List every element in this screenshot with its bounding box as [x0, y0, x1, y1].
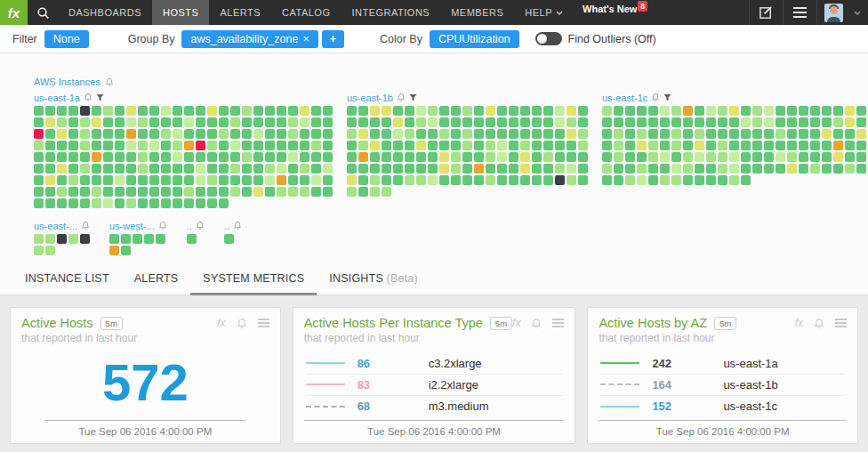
host-cell[interactable] — [115, 106, 125, 116]
host-cell[interactable] — [856, 164, 866, 174]
host-cell[interactable] — [614, 141, 623, 150]
metric-row[interactable]: 164us-east-1b — [600, 375, 845, 396]
host-cell[interactable] — [230, 117, 240, 127]
filter-funnel-icon[interactable] — [96, 93, 104, 101]
host-cell[interactable] — [253, 187, 263, 197]
fx-icon[interactable]: fx — [512, 317, 520, 329]
host-cell[interactable] — [45, 246, 55, 255]
host-cell[interactable] — [80, 187, 90, 197]
host-cell[interactable] — [416, 164, 426, 174]
host-cell[interactable] — [776, 129, 785, 139]
host-cell[interactable] — [520, 152, 530, 162]
host-cell[interactable] — [265, 106, 275, 116]
search-icon[interactable] — [28, 0, 58, 25]
host-cell[interactable] — [474, 175, 484, 185]
host-cell[interactable] — [683, 152, 693, 162]
host-cell[interactable] — [509, 175, 518, 185]
host-cell[interactable] — [509, 129, 518, 139]
host-cell[interactable] — [219, 117, 229, 127]
host-cell[interactable] — [614, 152, 623, 162]
host-cell[interactable] — [184, 164, 194, 174]
host-cell[interactable] — [34, 117, 44, 127]
host-cell[interactable] — [405, 106, 414, 116]
host-cell[interactable] — [45, 152, 55, 162]
host-cell[interactable] — [277, 117, 286, 127]
host-cell[interactable] — [543, 129, 553, 139]
host-cell[interactable] — [474, 129, 484, 139]
host-cell[interactable] — [103, 187, 113, 197]
host-cell[interactable] — [184, 117, 194, 127]
host-cell[interactable] — [300, 164, 309, 174]
host-cell[interactable] — [695, 175, 704, 185]
host-cell[interactable] — [439, 152, 449, 162]
host-cell[interactable] — [230, 106, 240, 116]
host-cell[interactable] — [474, 152, 484, 162]
bell-icon[interactable] — [196, 221, 205, 230]
host-cell[interactable] — [311, 187, 321, 197]
host-cell[interactable] — [428, 164, 438, 174]
host-cell[interactable] — [80, 164, 90, 174]
host-cell[interactable] — [845, 129, 855, 139]
host-cell[interactable] — [126, 152, 136, 162]
host-cell[interactable] — [219, 164, 229, 174]
host-cell[interactable] — [810, 117, 820, 127]
host-cell[interactable] — [660, 141, 670, 150]
host-cell[interactable] — [57, 164, 67, 174]
host-cell[interactable] — [126, 175, 136, 185]
host-cell[interactable] — [776, 106, 785, 116]
host-cell[interactable] — [695, 164, 704, 174]
host-cell[interactable] — [230, 141, 240, 150]
host-cell[interactable] — [149, 175, 159, 185]
host-cell[interactable] — [196, 175, 205, 185]
host-cell[interactable] — [462, 164, 472, 174]
host-cell[interactable] — [265, 164, 275, 174]
host-cell[interactable] — [370, 129, 380, 139]
host-cell[interactable] — [68, 187, 78, 197]
host-cell[interactable] — [382, 187, 391, 197]
host-cell[interactable] — [265, 141, 275, 150]
heatmap-group-label[interactable]: us-east-1a — [34, 91, 333, 104]
nav-item-members[interactable]: MEMBERS — [440, 0, 514, 25]
host-cell[interactable] — [799, 117, 808, 127]
host-cell[interactable] — [311, 175, 321, 185]
card-menu-icon[interactable] — [258, 322, 269, 324]
host-cell[interactable] — [671, 141, 681, 150]
host-cell[interactable] — [265, 129, 275, 139]
bell-icon[interactable] — [531, 318, 542, 329]
host-cell[interactable] — [196, 129, 205, 139]
host-cell[interactable] — [57, 175, 67, 185]
host-cell[interactable] — [184, 198, 194, 208]
host-cell[interactable] — [103, 152, 113, 162]
nav-item-help[interactable]: HELP — [514, 0, 574, 25]
host-cell[interactable] — [92, 141, 101, 150]
host-cell[interactable] — [602, 129, 612, 139]
host-cell[interactable] — [126, 117, 136, 127]
host-cell[interactable] — [543, 106, 553, 116]
host-cell[interactable] — [80, 141, 90, 150]
account-chevron-down-icon[interactable] — [850, 11, 868, 15]
host-cell[interactable] — [799, 129, 808, 139]
host-cell[interactable] — [648, 164, 658, 174]
host-cell[interactable] — [265, 187, 275, 197]
host-cell[interactable] — [625, 129, 635, 139]
host-cell[interactable] — [718, 106, 727, 116]
host-cell[interactable] — [486, 117, 495, 127]
host-cell[interactable] — [474, 164, 484, 174]
heatmap-group-label[interactable]: us-east-... — [34, 219, 90, 232]
user-avatar[interactable] — [816, 0, 850, 25]
host-cell[interactable] — [300, 141, 309, 150]
host-cell[interactable] — [822, 164, 832, 174]
host-cell[interactable] — [196, 164, 205, 174]
host-cell[interactable] — [543, 164, 553, 174]
host-cell[interactable] — [822, 152, 832, 162]
host-cell[interactable] — [109, 246, 119, 255]
host-cell[interactable] — [810, 152, 820, 162]
host-cell[interactable] — [520, 164, 530, 174]
host-cell[interactable] — [405, 117, 414, 127]
host-cell[interactable] — [776, 141, 785, 150]
host-cell[interactable] — [799, 164, 808, 174]
host-cell[interactable] — [149, 187, 159, 197]
heatmap-group-label[interactable]: .. — [187, 219, 205, 232]
host-cell[interactable] — [68, 234, 78, 244]
add-group-by-button[interactable]: + — [322, 30, 344, 48]
